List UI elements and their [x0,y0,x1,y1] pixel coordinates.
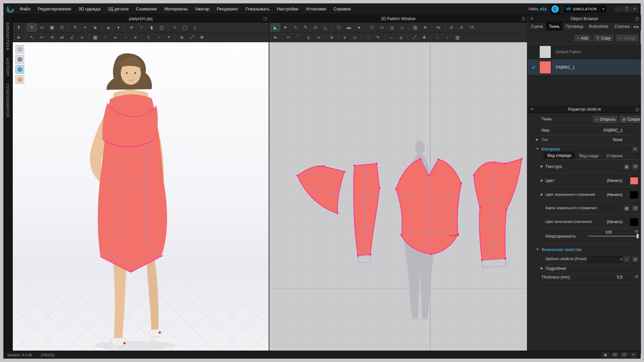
save-fabric-button[interactable]: ▤Сохранить [619,115,641,123]
grading-tool-button[interactable]: ∷ [363,33,373,41]
menu-item-10[interactable]: Настройки [273,3,302,15]
add-point-tool-button[interactable]: ⊙ [311,23,320,32]
rail-tab-configurator[interactable]: CONFIGURATOR [6,84,10,117]
view-2d-toggle[interactable]: 2D [621,352,628,358]
tab-buttonhole[interactable]: Buttonhole [586,22,611,31]
simulate-tool-button[interactable]: ⬇ [14,23,23,32]
pan-2d-tool-button[interactable]: ✥ [420,33,429,41]
expand-arrow-icon[interactable]: ▶ [541,266,543,270]
preset-save-button[interactable]: ▤ [632,256,639,263]
pattern-piece-side-panel[interactable] [354,164,379,263]
layers-tool-button[interactable]: ≡ [131,33,140,41]
show-pattern-3d-button[interactable] [15,65,24,74]
menu-item-2[interactable]: Редактирование [34,3,75,15]
thickness-value[interactable]: 0,5 [582,275,623,280]
tab-scroll-left-icon[interactable]: ◀ [633,25,636,28]
fabric-row-fabric_1[interactable]: ✔FABRIC_1 [528,60,641,75]
show-avatar-head-button[interactable] [15,75,24,84]
free-sewing-tool-button[interactable]: ∠ [67,33,77,41]
circle-tool-button[interactable]: ● [354,23,364,32]
simulation-mode-dropdown[interactable]: VV SIMULATION ▼ [564,5,607,13]
solidify-tool-button[interactable]: ▮ [147,23,156,32]
pan-tool-button[interactable]: ✥ [197,33,207,41]
texture-map-button[interactable]: ▩ [623,163,630,170]
specular-color-swatch[interactable] [630,191,638,199]
expand-arrow-icon[interactable]: ▶ [541,165,543,168]
show-avatar-shaded-button[interactable] [15,55,24,64]
chevron-down-icon[interactable]: ▼ [602,7,605,11]
tab-ткань[interactable]: Ткань [546,22,562,31]
attach-fabric-tool-button[interactable]: ◈ [91,23,100,32]
texture-edit-tool-button[interactable]: ▨ [453,33,462,41]
tab-сцена[interactable]: Сцена [528,22,546,31]
move-gizmo-tool-button[interactable]: ↖ [27,33,37,41]
specular-map-delete-button[interactable]: ⌧ [632,205,639,212]
flip-pattern-tool-button[interactable]: ⇋ [434,23,443,32]
material-tab-вид-спереди[interactable]: Вид спереди [543,152,575,160]
opacity-value[interactable]: 100 [605,230,612,235]
pattern-label-tool-button[interactable]: A [457,23,466,32]
internal-rectangle-tool-button[interactable]: ▭ [377,23,387,32]
menu-item-8[interactable]: Рендеринг [213,3,242,15]
menu-item-1[interactable]: Файл [16,3,34,15]
edit-curve-point-tool-button[interactable]: ✎ [301,23,310,32]
preset-dropdown[interactable]: ▼ [587,256,625,263]
dart-tool-button[interactable]: ◇ [397,23,407,32]
rail-tab-библиотека[interactable]: БИБЛИОТЕКА [6,22,10,51]
opacity-slider[interactable] [588,236,638,237]
wrench-icon[interactable]: ⚒ [635,229,638,234]
polygon-tool-button[interactable]: ⬠ [334,23,343,32]
fabric-row-default-fabric[interactable]: Default Fabric [528,44,641,60]
select-box-tool-button[interactable]: ▣ [47,23,57,32]
close-button[interactable]: ✕ [631,6,638,12]
menu-item-3[interactable]: 3D одежда [75,3,104,15]
seam-allowance-tool-button[interactable]: ⊔ [350,33,360,41]
popout-icon[interactable]: ◳ [635,16,639,21]
menu-item-6[interactable]: Материалы [161,3,192,15]
add-fabric-button[interactable]: +Add [574,34,591,42]
edit-curvature-tool-button[interactable]: ∿ [291,23,300,32]
mirror-tool-button[interactable]: ⇄ [57,33,67,41]
assign-fabric-button[interactable]: ⊕Assign [615,34,639,42]
collapse-arrow-icon[interactable]: ▼ [536,248,539,251]
specular-map-button[interactable]: ▩ [623,205,630,212]
opacity-slider-handle[interactable] [636,234,639,239]
restore-button[interactable]: ❐ [623,6,630,12]
popout-icon[interactable]: ◳ [522,16,525,21]
tab-пуговица[interactable]: Пуговица [562,22,586,31]
clo-logo-icon[interactable] [5,4,16,14]
dock-arrow-icon[interactable]: ➜ [530,107,533,111]
open-fabric-button[interactable]: ▱Открыть [592,115,618,123]
seam-taping-tool-button[interactable]: ≋ [421,23,430,32]
view-3d-toggle[interactable]: 3D [611,352,619,358]
multi-sewing-tool-button[interactable]: ≃ [314,33,323,41]
pleats-tool-button[interactable]: ▥ [411,23,420,32]
menu-item-11[interactable]: Установки [302,3,330,15]
menu-item-12[interactable]: Справка [330,3,354,15]
internal-circle-tool-button[interactable]: ◎ [387,23,397,32]
strain-map-tool-button[interactable]: ◔ [154,33,163,41]
select-paste-tool-button[interactable]: ⎘ [57,23,67,32]
free-sewing-tool-button[interactable]: ∠ [304,33,313,41]
select-move-tool-button[interactable]: ✛ [27,23,37,32]
copy-fabric-button[interactable]: ⎘Copy [593,34,614,42]
scissors-tool-button[interactable]: ✂ [37,33,47,41]
angle-measure-tool-button[interactable]: ∠ [396,33,406,41]
edit-pattern-tool-button[interactable]: ➤ [281,23,290,32]
material-tab-вид-сзади[interactable]: Вид сзади [575,152,602,160]
texture-delete-button[interactable]: ⌧ [632,163,639,170]
garment-front-back-tool-button[interactable]: ▲ [104,23,113,32]
pattern-piece-sleeve[interactable] [474,159,522,267]
fabric-name-value[interactable]: FABRIC_1 [582,128,623,133]
chain-tool-button[interactable]: ∞ [111,33,120,41]
rectangle-tool-button[interactable]: ▬ [344,23,354,32]
color-swatch[interactable] [630,177,638,185]
flatten-tool-button[interactable]: ◫ [157,23,166,32]
zoom-fit-2d-tool-button[interactable]: ⤢ [410,33,419,41]
fold-arrangement-tool-button[interactable]: ≋ [127,23,136,32]
fabric-check-icon[interactable]: ✔ [528,65,539,70]
notch-tool-button[interactable]: ∨ [340,33,350,41]
menu-item-5[interactable]: Сшивание [132,3,161,15]
tape-circle-tool-button[interactable]: ◯ [180,23,190,32]
emission-color-swatch[interactable] [630,218,638,226]
